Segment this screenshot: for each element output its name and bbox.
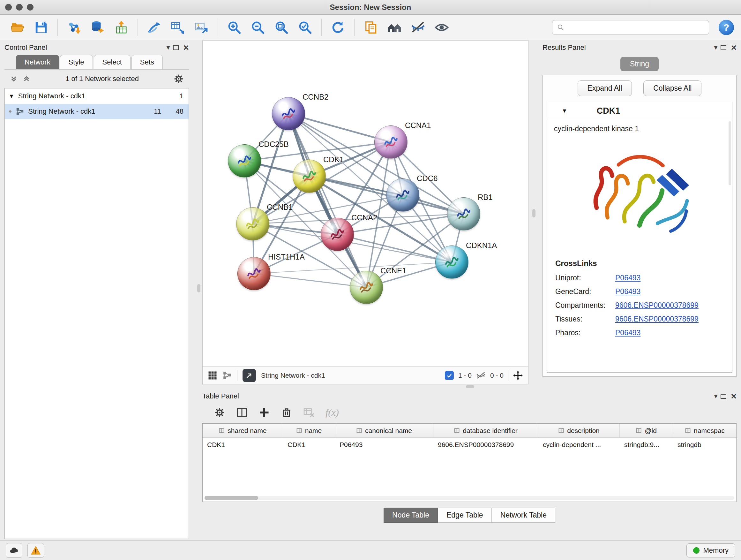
zoom-in-button[interactable] — [224, 17, 245, 38]
import-network-file-button[interactable] — [64, 17, 84, 38]
network-node-ccna2[interactable] — [321, 218, 354, 251]
table-cell[interactable]: stringdb — [673, 438, 737, 452]
column-header-@id[interactable]: @id — [620, 424, 673, 437]
save-session-button[interactable] — [30, 17, 52, 38]
panel-float-chevron-icon[interactable]: ▾ — [166, 44, 170, 51]
collapse-all-button[interactable]: Collapse All — [643, 80, 701, 96]
search-input[interactable] — [568, 23, 704, 31]
expand-all-icon[interactable] — [22, 75, 30, 83]
network-node-cdkn1a[interactable] — [435, 246, 468, 279]
section-collapse-icon[interactable]: ▼ — [562, 108, 567, 114]
splitter-handle[interactable] — [532, 209, 536, 217]
tab-sets[interactable]: Sets — [131, 55, 163, 69]
network-node-ccne1[interactable] — [350, 271, 383, 304]
splitter-handle[interactable] — [197, 284, 200, 293]
scrollbar-thumb[interactable] — [205, 496, 258, 500]
panel-float-icon[interactable] — [173, 45, 179, 50]
tab-style[interactable]: Style — [60, 55, 93, 69]
new-network-button[interactable] — [144, 17, 165, 38]
panel-float-icon[interactable] — [721, 45, 726, 50]
table-cell[interactable]: CDK1 — [203, 438, 283, 452]
crosslink-link[interactable]: P06493 — [615, 287, 641, 296]
open-session-button[interactable] — [7, 17, 28, 38]
table-horizontal-scrollbar[interactable] — [205, 496, 734, 500]
protein-section-header[interactable]: ▼ CDK1 — [547, 102, 732, 120]
detach-view-button[interactable] — [243, 369, 256, 382]
network-overview-icon[interactable] — [222, 371, 232, 380]
network-node-ccna1[interactable] — [374, 125, 408, 159]
show-columns-icon[interactable] — [236, 407, 248, 418]
import-network-database-button[interactable] — [87, 17, 108, 38]
export-image-button[interactable] — [191, 17, 212, 38]
network-node-ccnb2[interactable] — [272, 97, 305, 130]
panel-float-chevron-icon[interactable]: ▾ — [714, 44, 718, 51]
table-settings-gear-icon[interactable] — [214, 407, 225, 418]
tab-edge-table[interactable]: Edge Table — [438, 508, 492, 523]
network-from-table-button[interactable] — [167, 17, 188, 38]
zoom-fit-button[interactable] — [271, 17, 292, 38]
tree-expand-icon[interactable]: ▼ — [9, 93, 14, 100]
results-scrollbar[interactable] — [729, 121, 731, 185]
collapse-all-icon[interactable] — [10, 75, 18, 83]
network-node-rb1[interactable] — [447, 197, 480, 231]
column-header-name[interactable]: name — [283, 424, 335, 437]
window-close-button[interactable] — [5, 4, 12, 10]
panel-float-icon[interactable] — [721, 394, 726, 399]
column-header-namespac[interactable]: namespac — [673, 424, 737, 437]
panel-float-chevron-icon[interactable]: ▾ — [714, 393, 718, 400]
duplicate-page-button[interactable] — [360, 17, 381, 38]
network-collection-row[interactable]: ▼ String Network - cdk1 1 — [5, 88, 189, 104]
table-cell[interactable]: 9606.ENSP00000378699 — [433, 438, 538, 452]
hidden-eye-slash-icon[interactable] — [476, 371, 486, 380]
panel-close-icon[interactable]: × — [183, 43, 189, 52]
window-minimize-button[interactable] — [16, 4, 23, 10]
home-button[interactable] — [384, 17, 405, 38]
table-cell[interactable]: stringdb:9... — [620, 438, 673, 452]
cloud-status-button[interactable] — [6, 543, 22, 558]
add-column-plus-icon[interactable] — [259, 407, 270, 418]
column-header-database-identifier[interactable]: database identifier — [433, 424, 538, 437]
pan-crosshair-icon[interactable] — [513, 370, 523, 381]
gear-icon[interactable] — [174, 74, 184, 84]
network-node-cdc6[interactable] — [386, 179, 419, 212]
network-row[interactable]: ● String Network - cdk1 11 48 — [5, 104, 189, 119]
network-node-hist1h1a[interactable] — [238, 257, 271, 290]
tab-network[interactable]: Network — [16, 55, 59, 69]
crosslink-link[interactable]: 9606.ENSP00000378699 — [615, 315, 698, 323]
grid-view-icon[interactable] — [208, 371, 217, 380]
network-canvas[interactable]: CCNB2CCNA1CDC25BCDK1CDC6RB1CCNB1CCNA2CDK… — [203, 41, 528, 366]
selected-checkbox[interactable] — [445, 371, 454, 380]
splitter-handle[interactable] — [466, 385, 474, 388]
zoom-out-button[interactable] — [247, 17, 268, 38]
tab-node-table[interactable]: Node Table — [384, 508, 438, 523]
delete-table-icon-disabled[interactable] — [303, 407, 315, 418]
crosslink-link[interactable]: P06493 — [615, 328, 641, 337]
network-node-cdk1[interactable] — [293, 160, 326, 193]
network-node-ccnb1[interactable] — [236, 207, 269, 240]
hide-glasses-button[interactable] — [408, 17, 428, 38]
function-builder-button[interactable]: f(x) — [326, 407, 339, 418]
tab-string[interactable]: String — [620, 57, 659, 71]
network-edge[interactable] — [254, 273, 366, 287]
warnings-button[interactable] — [27, 543, 44, 558]
window-zoom-button[interactable] — [27, 4, 33, 10]
delete-column-trash-icon[interactable] — [281, 407, 292, 418]
import-table-button[interactable] — [111, 17, 132, 38]
show-eye-button[interactable] — [431, 17, 452, 38]
tab-network-table[interactable]: Network Table — [492, 508, 555, 523]
memory-button[interactable]: Memory — [686, 543, 735, 557]
column-header-shared-name[interactable]: shared name — [203, 424, 283, 437]
expand-all-button[interactable]: Expand All — [578, 80, 632, 96]
network-node-cdc25b[interactable] — [228, 144, 261, 178]
refresh-button[interactable] — [327, 17, 348, 38]
tab-select[interactable]: Select — [94, 55, 131, 69]
crosslink-link[interactable]: 9606.ENSP00000378699 — [615, 301, 698, 310]
table-cell[interactable]: cyclin-dependent ... — [538, 438, 620, 452]
crosslink-link[interactable]: P06493 — [615, 273, 641, 282]
column-header-description[interactable]: description — [538, 424, 620, 437]
column-header-canonical-name[interactable]: canonical name — [335, 424, 433, 437]
table-cell[interactable]: P06493 — [335, 438, 433, 452]
panel-close-icon[interactable]: × — [731, 43, 737, 52]
panel-close-icon[interactable]: × — [731, 391, 737, 401]
table-row[interactable]: CDK1CDK1P064939606.ENSP00000378699cyclin… — [203, 438, 736, 452]
